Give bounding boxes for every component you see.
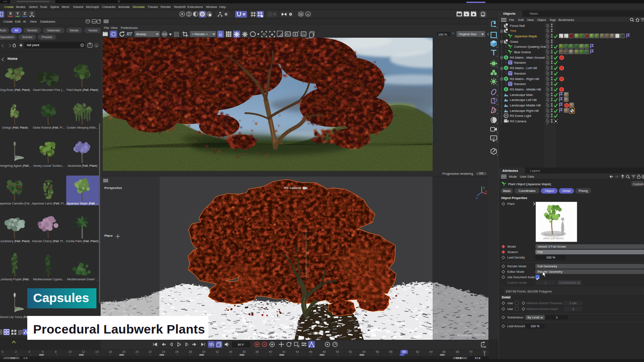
svg-text:Japanese Maple: Japanese Maple [543, 233, 564, 236]
svg-text:Y: Y [483, 186, 485, 189]
svg-text:X: X [485, 190, 487, 193]
svg-text:A: A [307, 13, 309, 16]
svg-text:Z: Z [476, 197, 478, 199]
svg-text:(Acer palmatum): (Acer palmatum) [543, 237, 564, 240]
svg-text:A: A [263, 343, 266, 346]
